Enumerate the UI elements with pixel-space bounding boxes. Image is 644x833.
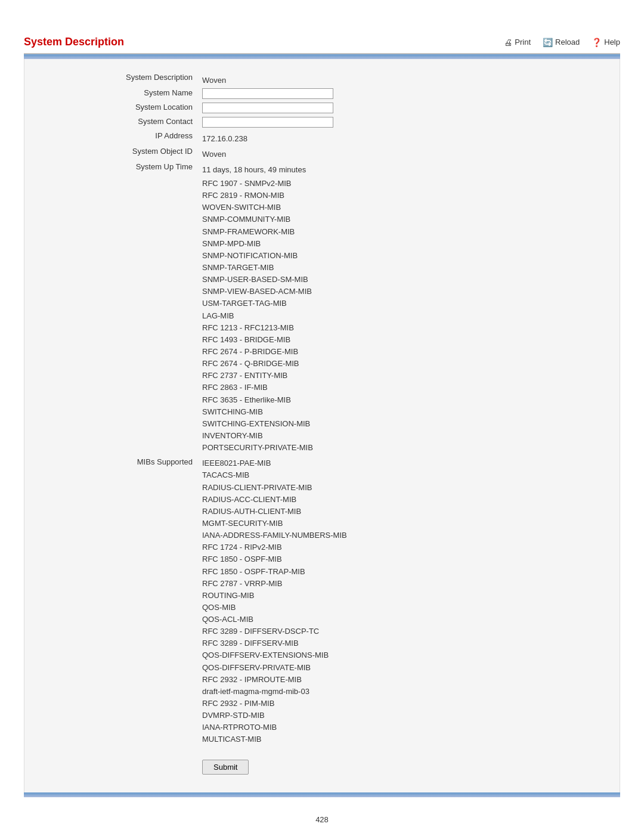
mib-item: RFC 2932 - IPMROUTE-MIB — [202, 674, 644, 686]
mib-item: SNMP-MPD-MIB — [202, 238, 644, 250]
empty-label-cell — [102, 176, 197, 456]
mib-item: RFC 2863 - IF-MIB — [202, 382, 644, 394]
mib-item: ROUTING-MIB — [202, 590, 644, 602]
mib-item: USM-TARGET-TAG-MIB — [202, 298, 644, 309]
mib-item: RFC 1724 - RIPv2-MIB — [202, 541, 644, 553]
mib-item: IANA-RTPROTO-MIB — [202, 721, 644, 733]
mib-item: LAG-MIB — [202, 310, 644, 322]
ip-address-value: 172.16.0.238 — [197, 129, 644, 145]
system-description-value: Woven — [197, 71, 644, 86]
mib-item: QOS-DIFFSERV-EXTENSIONS-MIB — [202, 649, 644, 661]
mibs-supported-label: MIBs Supported — [102, 456, 197, 747]
mib-item: RFC 2819 - RMON-MIB — [202, 190, 644, 202]
mib-item: RFC 1493 - BRIDGE-MIB — [202, 334, 644, 346]
system-name-field-cell — [197, 86, 644, 101]
blue-strip-top — [24, 54, 620, 59]
mib-item: SNMP-FRAMEWORK-MIB — [202, 226, 644, 238]
table-row: RFC 1907 - SNMPv2-MIB RFC 2819 - RMON-MI… — [102, 176, 644, 456]
mib-item: RADIUS-CLIENT-PRIVATE-MIB — [202, 482, 644, 494]
help-icon — [592, 38, 602, 47]
mib-item: draft-ietf-magma-mgmd-mib-03 — [202, 686, 644, 698]
mib-item: PORTSECURITY-PRIVATE-MIB — [202, 442, 644, 454]
mib-item: IANA-ADDRESS-FAMILY-NUMBERS-MIB — [202, 529, 644, 541]
page-number: 428 — [24, 815, 620, 824]
system-contact-input[interactable] — [202, 117, 333, 128]
mib-item: SNMP-USER-BASED-SM-MIB — [202, 274, 644, 286]
mib-item: RFC 2787 - VRRP-MIB — [202, 578, 644, 590]
system-location-field-cell — [197, 101, 644, 115]
system-name-input[interactable] — [202, 88, 333, 99]
mib-item: INVENTORY-MIB — [202, 430, 644, 442]
print-button[interactable]: Print — [504, 38, 531, 47]
system-location-label: System Location — [102, 101, 197, 115]
ip-address-label: IP Address — [102, 129, 197, 145]
table-row: System Location — [102, 101, 644, 115]
content-area: System Description Woven System Name Sys… — [24, 59, 620, 792]
table-row: System Object ID Woven — [102, 145, 644, 160]
mib-item: IEEE8021-PAE-MIB — [202, 457, 644, 469]
mib-item: SNMP-COMMUNITY-MIB — [202, 213, 644, 225]
table-row: System Description Woven — [102, 71, 644, 86]
system-up-time-label: System Up Time — [102, 160, 197, 176]
mib-item: QOS-DIFFSERV-PRIVATE-MIB — [202, 662, 644, 674]
mib-list-pre: RFC 1907 - SNMPv2-MIB RFC 2819 - RMON-MI… — [197, 176, 644, 456]
header-actions: Print Reload Help — [504, 38, 620, 47]
mib-item: RFC 1850 - OSPF-MIB — [202, 553, 644, 565]
table-row: IP Address 172.16.0.238 — [102, 129, 644, 145]
mib-item: SNMP-TARGET-MIB — [202, 262, 644, 274]
table-row: System Contact — [102, 115, 644, 129]
mib-list-main: IEEE8021-PAE-MIB TACACS-MIB RADIUS-CLIEN… — [197, 456, 644, 747]
table-row: System Up Time 11 days, 18 hours, 49 min… — [102, 160, 644, 176]
mib-item: RFC 2674 - Q-BRIDGE-MIB — [202, 358, 644, 370]
print-label: Print — [515, 38, 531, 47]
mib-item: RFC 2674 - P-BRIDGE-MIB — [202, 346, 644, 358]
form-table: System Description Woven System Name Sys… — [102, 71, 644, 748]
mib-item: RFC 3289 - DIFFSERV-DSCP-TC — [202, 625, 644, 637]
system-contact-field-cell — [197, 115, 644, 129]
mib-item: TACACS-MIB — [202, 469, 644, 481]
mib-item: RFC 3635 - Etherlike-MIB — [202, 394, 644, 406]
mib-item: DVMRP-STD-MIB — [202, 710, 644, 721]
reload-label: Reload — [555, 38, 580, 47]
mib-item: RFC 1907 - SNMPv2-MIB — [202, 178, 644, 190]
mib-item: RFC 3289 - DIFFSERV-MIB — [202, 637, 644, 649]
table-row: System Name — [102, 86, 644, 101]
mib-item: RFC 2932 - PIM-MIB — [202, 698, 644, 710]
mib-item: WOVEN-SWITCH-MIB — [202, 202, 644, 213]
mib-item: SWITCHING-MIB — [202, 406, 644, 418]
mib-item: RADIUS-ACC-CLIENT-MIB — [202, 494, 644, 506]
system-name-label: System Name — [102, 86, 197, 101]
mib-item: QOS-ACL-MIB — [202, 614, 644, 625]
system-up-time-value: 11 days, 18 hours, 49 minutes — [197, 160, 644, 176]
mib-item: RFC 1850 - OSPF-TRAP-MIB — [202, 566, 644, 578]
submit-area: Submit — [102, 760, 602, 775]
help-button[interactable]: Help — [592, 38, 620, 47]
mib-item: RFC 1213 - RFC1213-MIB — [202, 322, 644, 334]
page-title: System Description — [24, 36, 124, 48]
blue-strip-bottom — [24, 792, 620, 797]
system-description-label: System Description — [102, 71, 197, 86]
mib-item: SNMP-NOTIFICATION-MIB — [202, 250, 644, 262]
system-object-id-value: Woven — [197, 145, 644, 160]
mib-item: SNMP-VIEW-BASED-ACM-MIB — [202, 286, 644, 298]
mib-item: MULTICAST-MIB — [202, 733, 644, 745]
mib-item: SWITCHING-EXTENSION-MIB — [202, 418, 644, 430]
table-row: MIBs Supported IEEE8021-PAE-MIB TACACS-M… — [102, 456, 644, 747]
header-bar: System Description Print Reload Help — [24, 36, 620, 54]
help-label: Help — [604, 38, 620, 47]
reload-button[interactable]: Reload — [543, 38, 580, 47]
mib-item: RFC 2737 - ENTITY-MIB — [202, 370, 644, 382]
system-contact-label: System Contact — [102, 115, 197, 129]
mib-item: MGMT-SECURITY-MIB — [202, 518, 644, 529]
mib-item: QOS-MIB — [202, 602, 644, 614]
print-icon — [504, 38, 512, 47]
system-location-input[interactable] — [202, 103, 333, 113]
submit-button[interactable]: Submit — [202, 760, 249, 775]
mib-item: RADIUS-AUTH-CLIENT-MIB — [202, 506, 644, 518]
reload-icon — [543, 38, 553, 47]
system-object-id-label: System Object ID — [102, 145, 197, 160]
